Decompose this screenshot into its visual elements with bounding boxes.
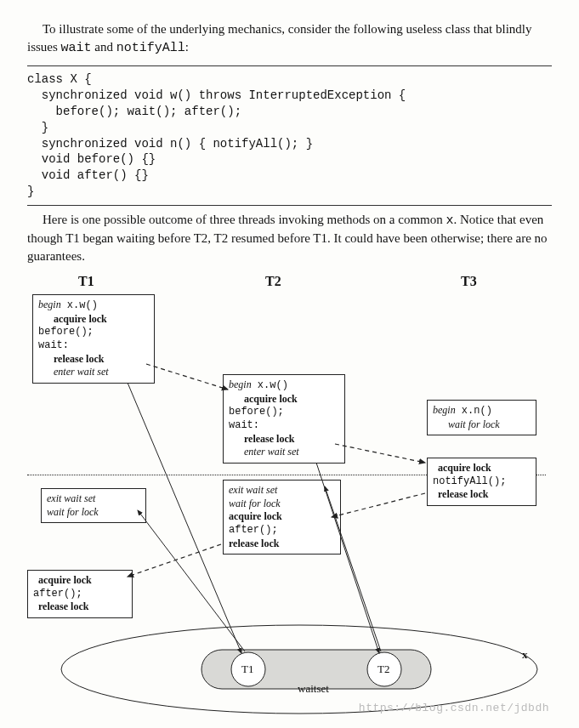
waitset-t2-label: T2 <box>377 663 389 676</box>
waitset-t1-label: T1 <box>241 663 253 676</box>
watermark: https://blog.csdn.net/jdbdh <box>359 702 549 714</box>
x-label: x <box>522 648 528 662</box>
svg-point-0 <box>61 625 537 714</box>
waitset-label: waitset <box>298 682 329 696</box>
intro-paragraph-2: Here is one possible outcome of three th… <box>27 211 552 265</box>
box-t1-begin: begin x.w() acquire lock before(); wait:… <box>32 294 155 384</box>
box-t2-exit: exit wait set wait for lock acquire lock… <box>223 480 341 555</box>
svg-line-5 <box>335 444 425 463</box>
rule-bottom <box>27 205 552 206</box>
rule-top <box>27 65 552 66</box>
svg-line-4 <box>146 364 228 390</box>
svg-line-6 <box>332 493 425 517</box>
svg-line-7 <box>128 544 221 577</box>
col-head-t3: T3 <box>461 274 477 289</box>
box-t3-notify: acquire lock notifyAll(); release lock <box>427 458 536 506</box>
intro-paragraph-1: To illustrate some of the underlying mec… <box>27 20 552 57</box>
code-block: class X { synchronized void w() throws I… <box>27 71 552 200</box>
col-head-t2: T2 <box>265 274 281 289</box>
box-t1-exit: exit wait set wait for lock <box>41 488 146 523</box>
box-t2-begin: begin x.w() acquire lock before(); wait:… <box>223 374 345 464</box>
box-t3-begin: begin x.n() wait for lock <box>427 400 536 435</box>
box-t1-acquire: acquire lock after(); release lock <box>27 570 133 618</box>
col-head-t1: T1 <box>78 274 94 289</box>
thread-diagram: T1 T2 T3 begin x.w() acquire lock before… <box>27 274 554 716</box>
